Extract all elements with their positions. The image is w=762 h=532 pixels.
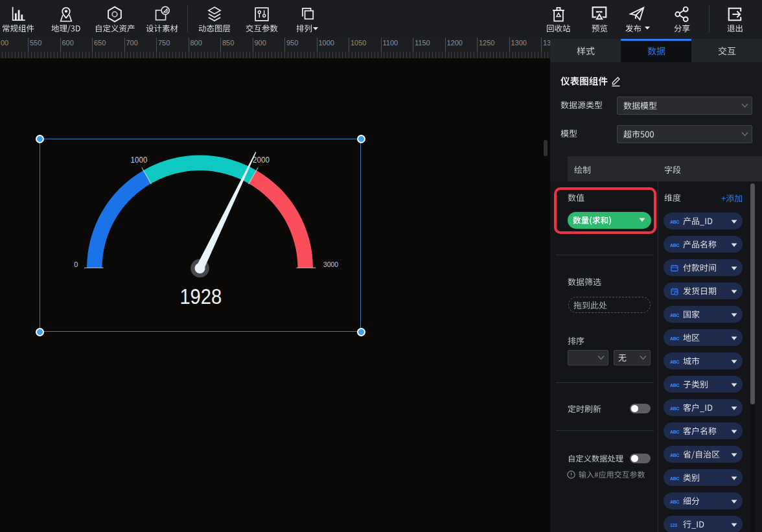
- svg-text:ABC: ABC: [670, 476, 680, 480]
- svg-text:ABC: ABC: [670, 382, 680, 387]
- svg-text:ABC: ABC: [670, 429, 680, 434]
- svg-text:123: 123: [670, 522, 677, 527]
- svg-text:2000: 2000: [253, 155, 270, 165]
- svg-text:ABC: ABC: [670, 336, 680, 340]
- svg-text:ABC: ABC: [670, 219, 680, 224]
- svg-text:0: 0: [74, 260, 78, 268]
- svg-text:ABC: ABC: [670, 242, 680, 247]
- svg-text:ABC: ABC: [670, 452, 680, 457]
- svg-text:ABC: ABC: [670, 406, 680, 410]
- svg-text:1000: 1000: [131, 155, 148, 165]
- svg-text:ABC: ABC: [670, 359, 680, 364]
- svg-text:3000: 3000: [323, 260, 338, 268]
- svg-text:ABC: ABC: [670, 499, 680, 503]
- svg-text:1928: 1928: [179, 284, 222, 308]
- svg-text:ABC: ABC: [670, 312, 680, 317]
